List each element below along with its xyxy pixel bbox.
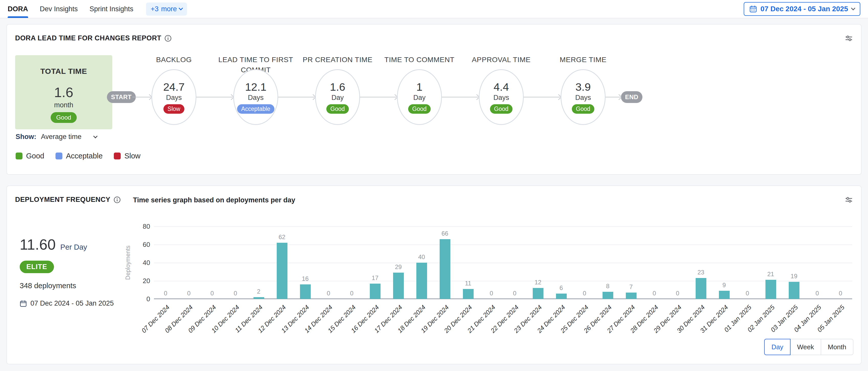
bar-13-dec-2024[interactable]	[300, 284, 311, 299]
x-tick-31-dec-2024: 31 Dec 2024	[686, 304, 730, 347]
sliders-icon	[844, 34, 854, 43]
x-tick-15-dec-2024: 15 Dec 2024	[314, 304, 357, 347]
x-tick-29-dec-2024: 29 Dec 2024	[640, 304, 683, 347]
total-time-value: 1.6	[15, 84, 112, 100]
y-tick-0: 0	[122, 295, 150, 303]
stage-node-time-to-comment: 1DayGood	[397, 69, 442, 125]
more-tabs-button[interactable]: +3 more	[146, 3, 187, 15]
x-tick-22-dec-2024: 22 Dec 2024	[477, 304, 520, 347]
x-tick-25-dec-2024: 25 Dec 2024	[547, 304, 590, 347]
bar-value-17-dec-2024: 29	[383, 263, 414, 271]
bar-value-16-dec-2024: 17	[360, 274, 391, 281]
date-range-label: 07 Dec 2024 - 05 Jan 2025	[761, 5, 848, 13]
x-tick-20-dec-2024: 20 Dec 2024	[430, 304, 473, 347]
gridline-60	[154, 244, 852, 245]
more-tabs-label: more	[161, 5, 177, 13]
date-range-picker-button[interactable]: 07 Dec 2024 - 05 Jan 2025	[744, 2, 860, 16]
bar-value-31-dec-2024: 9	[709, 281, 740, 289]
tab-sprint-insights[interactable]: Sprint Insights	[90, 0, 133, 18]
bar-26-dec-2024[interactable]	[602, 292, 613, 299]
show-dropdown[interactable]: Show: Average time	[16, 133, 97, 141]
total-time-label: TOTAL TIME	[15, 67, 112, 76]
stage-label-approval-time: APPROVAL TIME	[458, 55, 545, 65]
flow-arrow	[524, 97, 560, 97]
stage-node-merge-time: 3.9DaysGood	[561, 69, 606, 125]
stage-value: 12.1	[245, 81, 267, 93]
stage-value: 24.7	[163, 81, 185, 93]
status-legend: GoodAcceptableSlow	[16, 152, 141, 160]
stage-status-badge: Good	[490, 104, 513, 114]
bar-23-dec-2024[interactable]	[533, 288, 544, 299]
bar-18-dec-2024[interactable]	[416, 263, 427, 299]
flow-arrow	[196, 97, 232, 97]
stage-value: 4.4	[494, 81, 509, 93]
x-tick-09-dec-2024: 09 Dec 2024	[174, 304, 217, 347]
info-icon[interactable]	[164, 35, 172, 42]
gridline-40	[154, 263, 852, 263]
flow-arrow	[132, 97, 151, 97]
stage-label-time-to-comment: TIME TO COMMENT	[376, 55, 463, 65]
bar-value-18-dec-2024: 40	[406, 254, 437, 261]
x-tick-07-dec-2024: 07 Dec 2024	[128, 304, 171, 347]
legend-label: Acceptable	[66, 152, 103, 160]
show-selected-value: Average time	[41, 133, 82, 141]
x-tick-21-dec-2024: 21 Dec 2024	[454, 304, 497, 347]
stage-status-badge: Acceptable	[237, 104, 274, 114]
stage-status-badge: Good	[572, 104, 594, 114]
x-tick-17-dec-2024: 17 Dec 2024	[360, 304, 404, 347]
x-tick-24-dec-2024: 24 Dec 2024	[523, 304, 566, 347]
legend-label: Good	[26, 152, 44, 160]
flow-end-pill: END	[621, 91, 643, 103]
bar-30-dec-2024[interactable]	[695, 278, 706, 299]
bar-24-dec-2024[interactable]	[556, 294, 567, 299]
total-time-unit: month	[15, 101, 112, 109]
deployment-frequency-card: DEPLOYMENT FREQUENCY Time series graph b…	[6, 186, 862, 364]
x-tick-13-dec-2024: 13 Dec 2024	[267, 304, 310, 347]
bar-12-dec-2024[interactable]	[277, 243, 287, 299]
bar-value-22-dec-2024: 0	[499, 290, 530, 297]
tab-dora[interactable]: DORA	[8, 0, 28, 18]
y-tick-60: 60	[122, 241, 150, 248]
bar-value-27-dec-2024: 7	[616, 283, 647, 291]
stage-unit: Days	[575, 94, 591, 102]
x-tick-11-dec-2024: 11 Dec 2024	[221, 304, 264, 347]
stage-label-merge-time: MERGE TIME	[539, 55, 627, 65]
bar-value-30-dec-2024: 23	[686, 269, 716, 276]
bar-03-jan-2025[interactable]	[789, 282, 800, 299]
stage-unit: Day	[413, 94, 426, 102]
bar-02-jan-2025[interactable]	[766, 280, 776, 299]
tab-dev-insights[interactable]: Dev Insights	[40, 0, 78, 18]
stage-label-pr-creation-time: PR CREATION TIME	[294, 55, 381, 65]
stage-node-backlog: 24.7DaysSlow	[151, 69, 196, 125]
bar-value-29-dec-2024: 0	[662, 290, 693, 297]
granularity-week[interactable]: Week	[790, 339, 821, 355]
bar-17-dec-2024[interactable]	[393, 273, 404, 299]
bar-31-dec-2024[interactable]	[719, 291, 730, 299]
bar-value-25-dec-2024: 0	[569, 290, 600, 297]
stage-unit: Days	[493, 94, 509, 102]
stage-node-lead-time-to-first-commit: 12.1DaysAcceptable	[233, 69, 278, 125]
bar-value-05-jan-2025: 0	[825, 290, 856, 297]
chevron-down-icon	[851, 6, 856, 10]
bar-value-03-jan-2025: 19	[779, 273, 809, 280]
x-tick-16-dec-2024: 16 Dec 2024	[337, 304, 380, 347]
stage-node-approval-time: 4.4DaysGood	[479, 69, 524, 125]
legend-label: Slow	[124, 152, 141, 160]
stage-status-badge: Slow	[163, 104, 184, 114]
bar-value-19-dec-2024: 66	[430, 230, 460, 237]
bar-11-dec-2024[interactable]	[253, 297, 264, 299]
stage-unit: Days	[248, 94, 264, 102]
legend-swatch-slow	[114, 153, 121, 160]
bar-20-dec-2024[interactable]	[463, 289, 474, 299]
chevron-down-icon	[179, 6, 183, 10]
bar-19-dec-2024[interactable]	[440, 239, 451, 299]
granularity-day[interactable]: Day	[764, 339, 790, 355]
x-tick-26-dec-2024: 26 Dec 2024	[570, 304, 613, 347]
page: { "tabs": [ { "label": "DORA", "active":…	[0, 0, 868, 371]
bar-16-dec-2024[interactable]	[370, 283, 380, 299]
bar-value-01-jan-2025: 0	[732, 290, 763, 297]
bar-27-dec-2024[interactable]	[626, 293, 637, 299]
chart-settings-button[interactable]	[844, 34, 854, 43]
legend-item-slow: Slow	[114, 152, 141, 160]
granularity-month[interactable]: Month	[821, 339, 854, 355]
